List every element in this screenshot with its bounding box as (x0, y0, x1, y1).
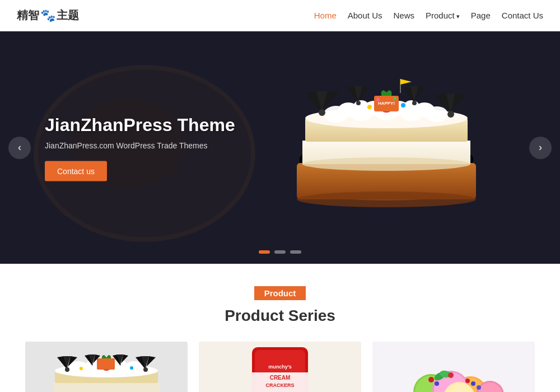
svg-point-31 (401, 103, 405, 108)
svg-point-19 (404, 100, 419, 113)
product-card-crackers[interactable]: munchy's CREAM CRACKERS Original Flavor (199, 342, 361, 392)
nav-item-about[interactable]: About Us (348, 11, 382, 21)
svg-point-5 (302, 157, 470, 171)
hero-dot-1[interactable] (259, 250, 270, 254)
svg-point-87 (471, 381, 475, 386)
hero-next-button[interactable]: › (529, 137, 552, 159)
svg-point-24 (319, 109, 325, 116)
hero-dot-2[interactable] (274, 250, 286, 254)
logo[interactable]: 精智 🐾 主题 (17, 8, 79, 23)
logo-text-right: 主题 (57, 8, 79, 23)
svg-marker-35 (400, 79, 412, 85)
nav-link-about[interactable]: About Us (348, 11, 382, 20)
nav-item-news[interactable]: News (393, 11, 414, 21)
nav-item-home[interactable]: Home (314, 11, 337, 21)
product-cards-container: munchy's CREAM CRACKERS Original Flavor (17, 342, 543, 392)
cake-card-svg (25, 342, 188, 392)
hero-dot-3[interactable] (290, 250, 301, 254)
hero-subtitle: JianZhanPress.com WordPress Trade Themes (45, 141, 235, 150)
svg-point-51 (143, 367, 148, 372)
svg-point-86 (448, 372, 454, 378)
icecream-card-svg (372, 342, 535, 392)
svg-rect-38 (53, 382, 160, 392)
main-nav: Home About Us News Product Page Contact … (314, 11, 543, 21)
svg-point-26 (356, 101, 361, 105)
nav-link-news[interactable]: News (393, 11, 414, 20)
hero-title: JianZhanPress Theme (45, 114, 235, 135)
hero-dots (259, 250, 301, 254)
svg-point-50 (65, 367, 69, 372)
cake-card-image (25, 342, 188, 392)
svg-point-3 (297, 192, 476, 207)
hero-content: JianZhanPress Theme JianZhanPress.com Wo… (45, 114, 235, 181)
svg-text:CRACKERS: CRACKERS (265, 382, 294, 388)
logo-text-left: 精智 (17, 8, 39, 23)
product-card-icecream[interactable] (372, 342, 535, 392)
logo-paw-icon: 🐾 (40, 8, 55, 23)
hero-cta-button[interactable]: Contact us (45, 161, 107, 181)
svg-point-32 (376, 98, 380, 101)
nav-link-page[interactable]: Page (471, 11, 491, 20)
svg-point-84 (428, 377, 434, 382)
nav-link-contact[interactable]: Contact Us (502, 11, 543, 20)
svg-point-89 (435, 381, 439, 386)
nav-link-product[interactable]: Product (426, 11, 460, 20)
icecream-card-image (372, 342, 535, 392)
product-section-title: Product Series (17, 307, 543, 325)
svg-point-88 (477, 385, 481, 390)
svg-text:CREAM: CREAM (270, 375, 291, 381)
svg-point-53 (130, 366, 133, 370)
header: 精智 🐾 主题 Home About Us News Product Page … (0, 0, 560, 31)
svg-point-30 (367, 105, 372, 109)
product-card-cake[interactable] (25, 342, 188, 392)
svg-text:HAPPY!: HAPPY! (378, 101, 395, 106)
svg-text:munchy's: munchy's (268, 364, 292, 370)
svg-rect-49 (97, 358, 115, 370)
nav-list: Home About Us News Product Page Contact … (314, 11, 543, 21)
product-badge: Product (254, 286, 306, 300)
nav-item-page[interactable]: Page (471, 11, 491, 21)
crackers-card-svg: munchy's CREAM CRACKERS Original Flavor (199, 342, 361, 392)
svg-point-27 (412, 101, 417, 105)
svg-point-52 (80, 367, 83, 370)
cake-svg: HAPPY! (280, 54, 493, 233)
product-section: Product Product Series (0, 264, 560, 392)
hero-section: JianZhanPress Theme JianZhanPress.com Wo… (0, 31, 560, 264)
svg-point-17 (353, 100, 369, 113)
nav-link-home[interactable]: Home (314, 11, 337, 20)
nav-item-product[interactable]: Product (426, 11, 460, 21)
crackers-card-image: munchy's CREAM CRACKERS Original Flavor (199, 342, 361, 392)
hero-prev-button[interactable]: ‹ (8, 137, 31, 159)
svg-point-25 (447, 111, 454, 118)
svg-point-33 (393, 97, 396, 100)
nav-item-contact[interactable]: Contact Us (502, 11, 543, 21)
hero-cake-image: HAPPY! (280, 54, 493, 244)
svg-point-85 (465, 379, 470, 383)
